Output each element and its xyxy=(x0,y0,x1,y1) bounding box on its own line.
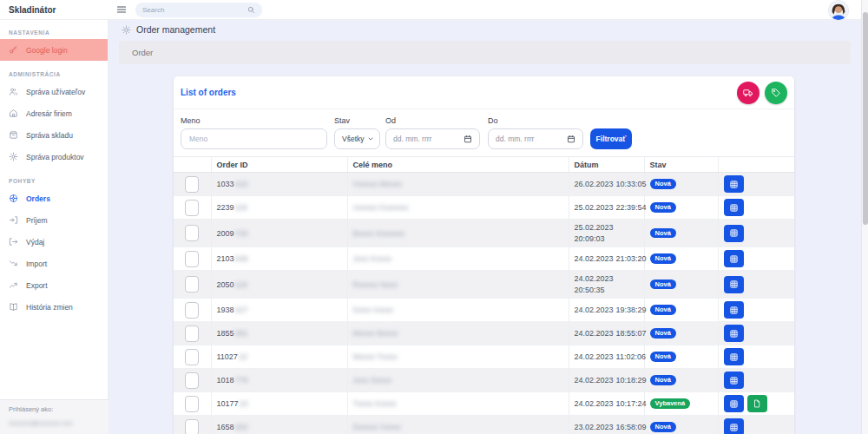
sidebar-item-prijem[interactable]: Príjem xyxy=(0,209,108,231)
user-avatar[interactable] xyxy=(829,1,848,20)
status-cell: Vybavená xyxy=(644,392,718,416)
order-row: 2103648Jxxx Kxxxx24.02.202321:03:20Nová xyxy=(174,247,794,271)
filter-bar: Meno Stav Všetky Od dd. mm. rrrr xyxy=(174,109,794,149)
status-cell: Nová xyxy=(644,299,718,322)
order-id-redacted: 779 xyxy=(235,376,248,385)
sidebar-footer: Prihlásený ako: xxxxxxx@xxxxxxx.xxx xyxy=(0,399,108,434)
column-header xyxy=(174,157,211,173)
sidebar-item-sprava-skladu[interactable]: Správa skladu xyxy=(0,124,108,146)
top-bar: Skladinátor Search xyxy=(0,0,861,20)
order-detail-button[interactable] xyxy=(724,348,744,365)
order-detail-button[interactable] xyxy=(724,199,744,216)
date-cell: 24.02.202319:38:29 xyxy=(569,299,644,322)
date-cell: 24.02.202320:50:35 xyxy=(569,271,644,299)
row-checkbox[interactable] xyxy=(185,276,199,293)
status-badge: Nová xyxy=(650,179,676,189)
row-checkbox[interactable] xyxy=(185,251,199,267)
order-detail-button[interactable] xyxy=(724,418,744,434)
order-detail-button[interactable] xyxy=(724,372,744,389)
row-checkbox[interactable] xyxy=(185,349,199,365)
sidebar-item-export[interactable]: Export xyxy=(0,274,108,296)
status-badge: Nová xyxy=(650,228,676,239)
sidebar-item-label: Orders xyxy=(26,194,50,203)
key-icon xyxy=(9,45,18,55)
order-id-cell: 1855081 xyxy=(211,322,347,345)
sidebar-item-label: Príjem xyxy=(26,216,48,225)
sidebar-item-orders[interactable]: Orders xyxy=(0,187,108,209)
order-row: 1102710Mxxxx Txxxx24.02.202311:02:06Nová xyxy=(174,345,794,369)
row-checkbox[interactable] xyxy=(185,326,199,342)
row-checkbox[interactable] xyxy=(185,302,199,319)
sidebar-item-import[interactable]: Import xyxy=(0,253,108,274)
sidebar: NastaveniaGoogle loginAdministráciaSpráv… xyxy=(0,19,108,434)
order-detail-button[interactable] xyxy=(724,325,744,342)
full-name-cell: Vxxxxx Mxxxx xyxy=(347,173,569,196)
order-detail-button[interactable] xyxy=(724,276,744,293)
sidebar-item-sprava-produktov[interactable]: Správa produktov xyxy=(0,146,108,168)
full-name-cell: Mxxxx Bxxxx xyxy=(347,322,569,345)
tags-button[interactable] xyxy=(765,82,787,104)
column-header: Order ID xyxy=(211,157,347,173)
actions-cell xyxy=(718,220,794,247)
scrollbar-thumb[interactable] xyxy=(863,12,868,225)
order-id-redacted: 24 xyxy=(240,399,248,408)
sidebar-item-label: Export xyxy=(26,281,48,290)
order-id-redacted: 410 xyxy=(235,180,248,188)
row-checkbox[interactable] xyxy=(185,225,199,241)
order-detail-button[interactable] xyxy=(724,301,744,319)
actions-cell xyxy=(718,322,794,345)
sidebar-item-label: Správa skladu xyxy=(26,131,73,140)
sidebar-item-label: História zmien xyxy=(26,303,73,312)
order-id-redacted: 227 xyxy=(235,306,248,314)
row-checkbox[interactable] xyxy=(185,396,199,412)
order-row: 1033410Vxxxxx Mxxxx26.02.202310:33:05Nov… xyxy=(174,173,794,196)
full-name-redacted: Vxxxxx Mxxxx xyxy=(353,180,403,188)
row-checkbox[interactable] xyxy=(185,176,199,193)
order-id-cell: 1102710 xyxy=(211,345,347,369)
order-id-cell: 2009733 xyxy=(211,220,347,247)
full-name-cell: Gxxx Axxxx xyxy=(347,299,569,322)
order-id-cell: 1033410 xyxy=(211,173,347,196)
order-detail-button[interactable] xyxy=(724,395,744,412)
sidebar-item-vydaj[interactable]: Výdaj xyxy=(0,231,108,253)
calendar-icon[interactable] xyxy=(567,135,575,143)
order-row: 1855081Mxxxx Bxxxx24.02.202318:55:07Nová xyxy=(174,322,794,345)
menu-toggle-icon[interactable] xyxy=(116,4,127,15)
order-id-redacted: 081 xyxy=(235,329,248,338)
date-from-label: Od xyxy=(385,116,480,125)
sidebar-section-label: Pohyby xyxy=(9,178,108,184)
order-detail-button[interactable] xyxy=(724,225,744,242)
status-badge: Nová xyxy=(650,375,676,385)
name-filter-input[interactable] xyxy=(181,128,327,149)
order-detail-button[interactable] xyxy=(724,250,744,267)
date-from-input[interactable]: dd. mm. rrrr xyxy=(385,128,480,149)
sidebar-item-adresar-firiem[interactable]: Adresár firiem xyxy=(0,102,108,124)
filter-submit-button[interactable]: Filtrovať xyxy=(590,128,632,149)
sidebar-item-google-login[interactable]: Google login xyxy=(0,39,108,61)
sidebar-item-historia-zmien[interactable]: História zmien xyxy=(0,296,108,318)
status-cell: Nová xyxy=(644,247,718,271)
vertical-scrollbar[interactable] xyxy=(861,0,868,434)
search-input[interactable]: Search xyxy=(135,3,262,17)
full-name-redacted: Rxxxxx Nxxx xyxy=(353,280,398,289)
sidebar-item-sprava-uzivatelov[interactable]: Správa užívateľov xyxy=(0,81,108,102)
calendar-icon[interactable] xyxy=(464,135,472,143)
invoice-button[interactable] xyxy=(747,395,767,412)
sidebar-item-label: Správa produktov xyxy=(26,153,84,161)
date-to-input[interactable]: dd. mm. rrrr xyxy=(488,128,583,149)
status-select[interactable]: Všetky xyxy=(334,128,380,149)
full-name-redacted: Gxxx Axxxx xyxy=(353,306,394,314)
order-id-cell: 2103648 xyxy=(211,247,347,271)
date-to-placeholder: dd. mm. rrrr xyxy=(496,135,534,143)
order-row: 2009733Bxxxx Kxxxxxx25.02.202320:09:03No… xyxy=(174,220,794,247)
search-icon xyxy=(247,6,255,14)
sidebar-item-label: Google login xyxy=(26,46,68,55)
order-row: 2050119Rxxxxx Nxxx24.02.202320:50:35Nová xyxy=(174,271,794,299)
order-detail-button[interactable] xyxy=(724,175,744,193)
breadcrumb-item: Order xyxy=(132,48,153,57)
row-checkbox[interactable] xyxy=(185,200,199,216)
row-checkbox[interactable] xyxy=(185,372,199,389)
dispatch-orders-button[interactable] xyxy=(737,82,760,104)
row-checkbox[interactable] xyxy=(185,419,199,434)
full-name-redacted: Mxxxx Bxxxx xyxy=(353,329,398,338)
